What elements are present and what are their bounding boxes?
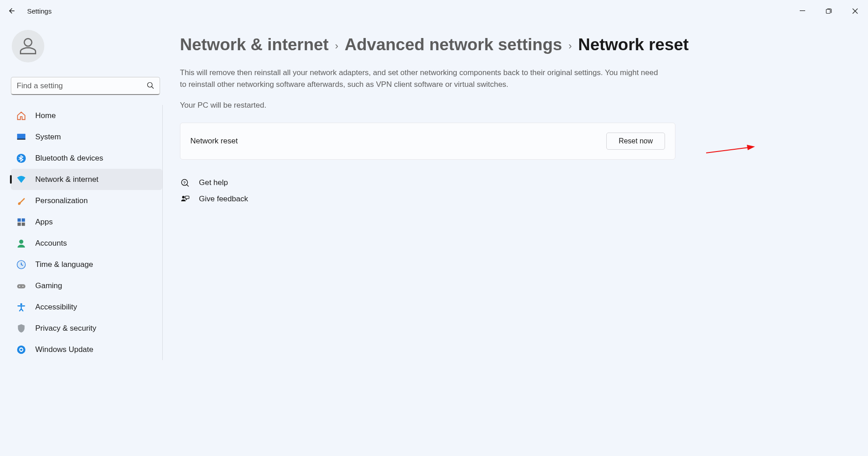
sidebar-item-gaming[interactable]: Gaming: [11, 275, 162, 296]
sidebar-item-bluetooth[interactable]: Bluetooth & devices: [11, 147, 162, 169]
svg-rect-9: [18, 222, 21, 225]
sidebar-item-update[interactable]: Windows Update: [11, 339, 162, 360]
svg-point-15: [22, 285, 23, 286]
svg-point-14: [19, 285, 20, 286]
network-reset-card: Network reset Reset now: [180, 123, 675, 160]
svg-rect-10: [22, 222, 25, 225]
svg-point-16: [20, 303, 23, 305]
sidebar-item-label: Accounts: [35, 239, 67, 248]
svg-line-18: [706, 147, 749, 153]
sidebar-item-accounts[interactable]: Accounts: [11, 233, 162, 254]
back-button[interactable]: [7, 6, 16, 15]
sidebar-item-label: Apps: [35, 218, 53, 227]
sidebar-item-label: Time & language: [35, 260, 93, 269]
close-icon: [852, 8, 858, 14]
sidebar-item-label: Home: [35, 111, 56, 120]
breadcrumb-level2[interactable]: Advanced network settings: [344, 35, 562, 54]
svg-rect-0: [800, 10, 805, 11]
search-field[interactable]: [11, 77, 160, 95]
feedback-icon: [180, 194, 190, 204]
sidebar-item-label: System: [35, 133, 61, 142]
svg-rect-7: [18, 218, 21, 221]
brush-icon: [16, 196, 26, 206]
breadcrumb: Network & internet › Advanced network se…: [180, 35, 843, 54]
accessibility-icon: [16, 302, 26, 312]
close-button[interactable]: [842, 0, 868, 22]
nav-list: Home System Bluetooth & devices Network …: [11, 105, 163, 360]
sidebar-item-label: Network & internet: [35, 175, 99, 184]
get-help-link[interactable]: ? Get help: [180, 178, 843, 188]
svg-rect-8: [22, 218, 25, 221]
page-description: This will remove then reinstall all your…: [180, 67, 659, 90]
wifi-icon: [16, 175, 26, 185]
sidebar-item-label: Gaming: [35, 281, 62, 290]
accounts-icon: [16, 238, 26, 248]
svg-rect-13: [17, 284, 25, 288]
svg-text:?: ?: [183, 180, 186, 185]
svg-point-11: [19, 239, 23, 243]
sidebar-item-time[interactable]: Time & language: [11, 254, 162, 275]
sidebar-item-system[interactable]: System: [11, 126, 162, 147]
minimize-icon: [800, 8, 805, 14]
svg-line-22: [187, 185, 189, 186]
sidebar-item-home[interactable]: Home: [11, 105, 162, 126]
svg-marker-19: [747, 145, 755, 150]
person-icon: [19, 37, 37, 55]
minimize-button[interactable]: [789, 0, 816, 22]
sidebar-item-label: Bluetooth & devices: [35, 154, 103, 163]
bluetooth-icon: [16, 153, 26, 163]
chevron-right-icon: ›: [335, 38, 338, 52]
sidebar-item-privacy[interactable]: Privacy & security: [11, 318, 162, 339]
sidebar-item-apps[interactable]: Apps: [11, 211, 162, 233]
window-controls: [789, 0, 868, 22]
arrow-left-icon: [8, 7, 16, 15]
sidebar-item-label: Privacy & security: [35, 324, 96, 333]
main-content: Network & internet › Advanced network se…: [167, 22, 868, 456]
reset-now-button[interactable]: Reset now: [606, 133, 665, 150]
svg-rect-4: [17, 133, 25, 139]
help-icon: ?: [180, 178, 190, 188]
svg-rect-1: [826, 9, 830, 13]
maximize-icon: [826, 8, 832, 14]
breadcrumb-current: Network reset: [578, 35, 689, 54]
search-input[interactable]: [11, 77, 160, 95]
sidebar-item-accessibility[interactable]: Accessibility: [11, 296, 162, 318]
card-label: Network reset: [190, 137, 238, 146]
annotation-arrow-icon: [705, 145, 755, 156]
svg-line-3: [151, 86, 154, 89]
sidebar-item-personalization[interactable]: Personalization: [11, 190, 162, 211]
sidebar-item-label: Personalization: [35, 196, 88, 205]
chevron-right-icon: ›: [568, 38, 571, 52]
user-avatar[interactable]: [12, 30, 44, 62]
svg-rect-5: [17, 138, 25, 139]
search-icon: [146, 81, 155, 90]
sidebar-item-label: Accessibility: [35, 303, 77, 312]
apps-icon: [16, 217, 26, 227]
maximize-button[interactable]: [816, 0, 842, 22]
help-link-label: Get help: [199, 178, 228, 187]
sidebar: Home System Bluetooth & devices Network …: [0, 22, 167, 456]
home-icon: [16, 111, 26, 121]
give-feedback-link[interactable]: Give feedback: [180, 194, 843, 204]
breadcrumb-level1[interactable]: Network & internet: [180, 35, 329, 54]
app-title: Settings: [27, 7, 52, 15]
clock-icon: [16, 260, 26, 270]
svg-point-17: [17, 345, 25, 353]
system-icon: [16, 132, 26, 142]
feedback-link-label: Give feedback: [199, 195, 248, 204]
update-icon: [16, 345, 26, 355]
gamepad-icon: [16, 281, 26, 291]
svg-point-23: [182, 196, 185, 199]
shield-icon: [16, 323, 26, 333]
restart-note: Your PC will be restarted.: [180, 101, 843, 110]
svg-rect-24: [185, 196, 189, 199]
svg-point-2: [147, 82, 152, 87]
sidebar-item-network[interactable]: Network & internet: [11, 169, 162, 190]
sidebar-item-label: Windows Update: [35, 345, 94, 354]
titlebar: Settings: [0, 0, 868, 22]
